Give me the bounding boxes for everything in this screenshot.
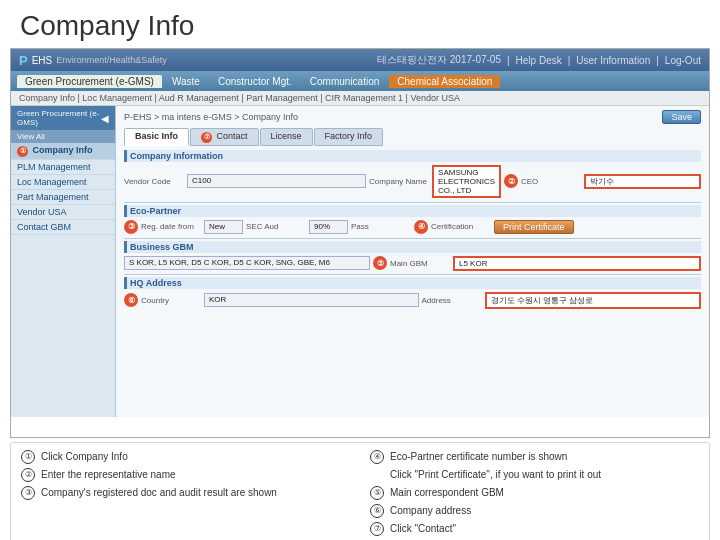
eco-cert-row: ④ Certification Print Certificate (414, 220, 701, 234)
sidebar-item-vendor[interactable]: Vendor USA (11, 205, 115, 220)
nav-item-communication[interactable]: Communication (302, 75, 387, 88)
main-gbm-label: Main GBM (390, 259, 450, 268)
instruction-2: ② Enter the representative name (21, 467, 350, 483)
circle-7-indicator: ⑦ (201, 132, 212, 143)
instruction-5: ⑤ Main correspondent GBM (370, 485, 699, 501)
separator3: | (656, 55, 659, 66)
sec-value: 90% (309, 220, 348, 234)
company-information-section: Company Information Vendor Code C100 Com… (124, 150, 701, 198)
reg-date-label: Reg. date from (141, 222, 201, 231)
gbm-list: S KOR, L5 KOR, D5 C KOR, D5 C KOR, SNG, … (124, 256, 370, 270)
gbm-row: S KOR, L5 KOR, D5 C KOR, D5 C KOR, SNG, … (124, 256, 701, 271)
separator1: | (507, 55, 510, 66)
address-label: Address (422, 296, 482, 305)
instruction-4b: ④ Eco-Partner certificate number is show… (370, 449, 699, 465)
circle-3: ③ (124, 220, 138, 234)
print-certificate-button[interactable]: Print Certificate (494, 220, 574, 234)
address-value: 경기도 수원시 영통구 삼성로 (485, 292, 702, 309)
tab-basic-info[interactable]: Basic Info (124, 128, 189, 146)
instruction-6: ⑥ Company address (370, 503, 699, 519)
hq-address-title: HQ Address (124, 277, 701, 289)
instruction-3: ③ Company's registered doc and audit res… (21, 485, 350, 501)
eco-partner-section: Eco-Partner ③ Reg. date from New SEC Aud… (124, 205, 701, 234)
circle-5: ⑤ (373, 256, 387, 270)
company-name-row: Company Name SAMSUNG ELECTRONICS CO., LT… (369, 165, 701, 198)
frame-logo: P EHS Environment/Health&Safety (19, 53, 167, 68)
eco-reg-row: ③ Reg. date from New SEC Aud 90% Pass (124, 220, 411, 234)
frame-topbar-right: 테스태핑산전자 2017-07-05 | Help Desk | User In… (377, 53, 701, 67)
nav-bar: Green Procurement (e-GMS) Waste Construc… (11, 71, 709, 91)
company-information-title: Company Information (124, 150, 701, 162)
nav-item-constructor[interactable]: Constructor Mgt. (210, 75, 300, 88)
company-name-label: Company Name (369, 177, 429, 186)
help-desk-link[interactable]: Help Desk (516, 55, 562, 66)
sec-label: SEC Aud (246, 222, 306, 231)
vendor-code-value: C100 (187, 174, 366, 188)
logo-p: P (19, 53, 28, 68)
circle-1-indicator: ① (17, 146, 28, 157)
vendor-code-row: Vendor Code C100 (124, 165, 366, 198)
instructions-box: ① Click Company Info ④ Eco-Partner certi… (10, 442, 710, 540)
reg-date-value: New (204, 220, 243, 234)
tab-license[interactable]: License (260, 128, 313, 146)
nav-item-waste[interactable]: Waste (164, 75, 208, 88)
ceo-input[interactable] (584, 174, 701, 189)
company-name-value: SAMSUNG ELECTRONICS CO., LTD (432, 165, 501, 198)
instruction-7: ⑦ Click "Contact" (370, 521, 699, 537)
breadcrumb-inner: P-EHS > ma intens e-GMS > Company Info (124, 112, 298, 122)
frame-topbar: P EHS Environment/Health&Safety 테스태핑산전자 … (11, 49, 709, 71)
tab-row: Basic Info ⑦ Contact License Factory Inf… (124, 128, 701, 146)
sidebar-section-label: View All (11, 130, 115, 143)
sidebar-item-plm[interactable]: PLM Management (11, 160, 115, 175)
save-button[interactable]: Save (662, 110, 701, 124)
logo-subtitle: Environment/Health&Safety (56, 55, 167, 65)
hq-address-section: HQ Address ⑥ Country KOR Address 경기도 수원시… (124, 277, 701, 309)
country-value: KOR (204, 293, 419, 307)
business-gbm-title: Business GBM (124, 241, 701, 253)
sidebar-collapse-btn[interactable]: ◀ (101, 113, 109, 124)
nav-item-green-procurement[interactable]: Green Procurement (e-GMS) (17, 75, 162, 88)
sidebar-item-company-info[interactable]: ① Company Info (11, 143, 115, 160)
tab-contact[interactable]: ⑦ Contact (190, 128, 259, 146)
log-out-link[interactable]: Log-Out (665, 55, 701, 66)
business-gbm-section: Business GBM S KOR, L5 KOR, D5 C KOR, D5… (124, 241, 701, 271)
nav-item-chemical[interactable]: Chemical Association (389, 75, 500, 88)
page-title: Company Info (0, 0, 720, 48)
toolbar-row: P-EHS > ma intens e-GMS > Company Info S… (124, 110, 701, 124)
logo-ehs: EHS (32, 55, 53, 66)
hq-address-row: ⑥ Country KOR Address 경기도 수원시 영통구 삼성로 (124, 292, 701, 309)
main-gbm-value: L5 KOR (453, 256, 701, 271)
pass-label: Pass (351, 222, 411, 231)
separator2: | (568, 55, 571, 66)
user-info-link[interactable]: User Information (576, 55, 650, 66)
circle-2: ② (504, 174, 518, 188)
sidebar-item-loc[interactable]: Loc Management (11, 175, 115, 190)
instruction-print: Click "Print Certificate", if you want t… (370, 467, 699, 483)
content-area: Green Procurement (e-GMS) ◀ View All ① C… (11, 106, 709, 417)
sidebar: Green Procurement (e-GMS) ◀ View All ① C… (11, 106, 116, 417)
tab-factory[interactable]: Factory Info (314, 128, 384, 146)
main-content: P-EHS > ma intens e-GMS > Company Info S… (116, 106, 709, 417)
country-label: Country (141, 296, 201, 305)
eco-partner-grid: ③ Reg. date from New SEC Aud 90% Pass ④ … (124, 220, 701, 234)
breadcrumb-top: Company Info | Loc Management | Aud R Ma… (11, 91, 709, 106)
certification-label: Certification (431, 222, 491, 231)
sidebar-header: Green Procurement (e-GMS) ◀ (11, 106, 115, 130)
main-frame: P EHS Environment/Health&Safety 테스태핑산전자 … (10, 48, 710, 438)
circle-6: ⑥ (124, 293, 138, 307)
company-date: 테스태핑산전자 2017-07-05 (377, 53, 501, 67)
sidebar-item-part[interactable]: Part Management (11, 190, 115, 205)
circle-4: ④ (414, 220, 428, 234)
instruction-1: ① Click Company Info (21, 449, 350, 465)
ceo-label: CEO (521, 177, 581, 186)
eco-partner-title: Eco-Partner (124, 205, 701, 217)
vendor-code-label: Vendor Code (124, 177, 184, 186)
sidebar-item-contact[interactable]: Contact GBM (11, 220, 115, 235)
company-info-grid: Vendor Code C100 Company Name SAMSUNG EL… (124, 165, 701, 198)
